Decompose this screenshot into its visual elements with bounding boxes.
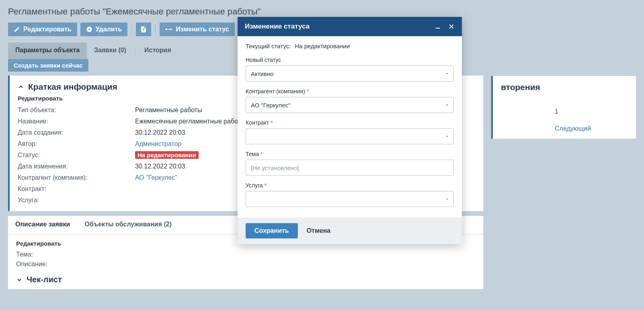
modal-close-button[interactable]: [448, 23, 455, 30]
summary-title: Краткая информация: [28, 82, 117, 92]
modal-body: Текущий статус: На редактировании Новый …: [238, 36, 462, 218]
label-object-type: Тип объекта:: [18, 107, 130, 114]
right-card: вторения 1 Следующий: [491, 76, 636, 139]
subject-field-label: Тема *: [246, 151, 454, 157]
edit-button-label: Редактировать: [23, 26, 72, 33]
change-status-label: Изменить статус: [176, 26, 229, 33]
label-contract: Контракт:: [18, 185, 130, 193]
svg-point-0: [166, 29, 168, 31]
new-status-select[interactable]: Активно: [246, 66, 454, 82]
close-circle-icon: [86, 26, 92, 33]
contract-label: Контракт *: [246, 119, 454, 126]
change-status-modal: Изменение статуса Текущий статус: На ред…: [238, 17, 462, 244]
chevron-down-icon: [445, 103, 449, 107]
status-badge: На редактировании: [135, 151, 199, 159]
tab-request-description[interactable]: Описание заявки: [8, 216, 77, 234]
label-modified: Дата изменения:: [18, 163, 130, 170]
right-title-suffix: вторения: [501, 82, 540, 92]
subject-input-wrap: [246, 160, 454, 176]
export-icon: [140, 26, 147, 33]
label-service: Услуга:: [18, 197, 130, 204]
modal-footer: Сохранить Отмена: [238, 218, 462, 244]
right-next-link[interactable]: Следующий: [555, 125, 628, 132]
modal-title: Изменение статуса: [245, 23, 310, 31]
contragent-label: Контрагент (компания) *: [246, 88, 454, 94]
delete-button[interactable]: Удалить: [80, 23, 128, 36]
delete-button-label: Удалить: [96, 26, 122, 33]
chevron-down-icon: [445, 134, 449, 139]
service-field-label: Услуга *: [246, 182, 454, 189]
chevron-down-icon: [16, 277, 23, 283]
pencil-icon: [14, 26, 20, 33]
new-status-selected: Активно: [251, 70, 274, 77]
page-title: Регламентные работы "Ежемесячные регламе…: [8, 6, 636, 17]
chevron-down-icon: [445, 197, 449, 201]
create-requests-now-button[interactable]: Создать заявки сейчас: [8, 59, 88, 72]
description-label: Описание:: [16, 261, 475, 268]
contragent-select[interactable]: АО "Геркулес": [246, 97, 454, 113]
subject-label: Тема:: [16, 251, 475, 258]
change-status-button[interactable]: Изменить статус: [160, 23, 235, 36]
label-created: Дата создания:: [18, 129, 130, 136]
right-row-value-1: 1: [555, 108, 628, 115]
export-button[interactable]: [136, 23, 151, 36]
current-status-value: На редактировании: [295, 43, 350, 49]
tab-history[interactable]: История: [137, 43, 178, 59]
modal-header: Изменение статуса: [238, 17, 462, 36]
label-status: Статус:: [18, 152, 130, 159]
edit-button[interactable]: Редактировать: [8, 23, 77, 36]
save-button[interactable]: Сохранить: [246, 223, 298, 238]
tab-object-params[interactable]: Параметры объекта: [8, 43, 87, 59]
contragent-selected: АО "Геркулес": [251, 102, 290, 109]
new-status-label: Новый статус: [246, 57, 454, 63]
chevron-down-icon: [445, 71, 449, 76]
label-name: Название:: [18, 118, 130, 125]
tab-separator: [135, 47, 135, 55]
tab-service-objects[interactable]: Объекты обслуживания (2): [77, 216, 179, 234]
chevron-up-icon: [18, 84, 24, 90]
checklist-title: Чек-лист: [27, 275, 62, 284]
toolbar-separator: [131, 24, 132, 35]
modal-minimize-button[interactable]: [435, 23, 441, 30]
arrow-dot-icon: [165, 27, 172, 32]
tab-requests[interactable]: Заявки (0): [87, 43, 133, 59]
cancel-button[interactable]: Отмена: [307, 227, 331, 234]
label-contragent: Контрагент (компания):: [18, 174, 130, 181]
toolbar-separator-2: [155, 24, 156, 35]
checklist-toggle[interactable]: Чек-лист: [16, 275, 475, 284]
subject-input[interactable]: [251, 160, 439, 175]
service-select[interactable]: [246, 191, 454, 207]
label-author: Автор:: [18, 140, 130, 148]
current-status-label: Текущий статус:: [246, 43, 291, 49]
contract-select[interactable]: [246, 128, 454, 144]
